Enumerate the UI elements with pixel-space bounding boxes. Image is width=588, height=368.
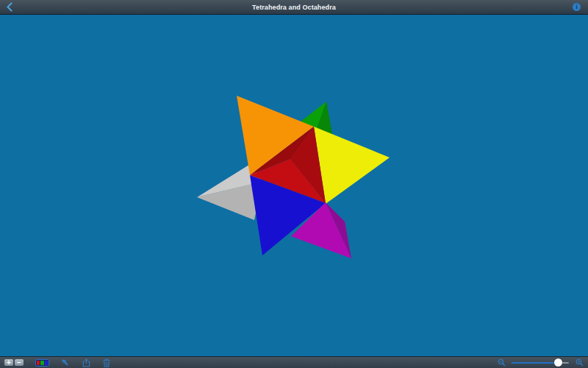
add-shape-button[interactable]: + — [4, 359, 13, 366]
title-bar: Tetrahedra and Octahedra i — [0, 0, 588, 15]
app-window: Tetrahedra and Octahedra i + − — [0, 0, 588, 368]
share-icon — [82, 358, 90, 367]
info-button[interactable]: i — [573, 3, 581, 11]
back-button[interactable] — [5, 2, 15, 12]
zoom-slider-fill — [512, 362, 559, 364]
zoom-out-icon — [498, 358, 506, 367]
chevron-left-icon — [5, 2, 15, 12]
zoom-slider[interactable] — [512, 358, 569, 367]
window-title: Tetrahedra and Octahedra — [252, 4, 336, 11]
info-icon: i — [576, 4, 577, 10]
palette-red-swatch — [37, 361, 40, 365]
trash-icon — [103, 358, 110, 367]
tools-button[interactable] — [61, 358, 70, 367]
share-button[interactable] — [82, 358, 90, 367]
zoom-control — [497, 358, 584, 367]
zoom-out-button[interactable] — [497, 358, 506, 367]
remove-shape-button[interactable]: − — [15, 359, 24, 366]
zoom-in-icon — [576, 358, 584, 367]
delete-button[interactable] — [102, 358, 111, 367]
canvas[interactable] — [0, 15, 588, 356]
zoom-in-button[interactable] — [575, 358, 584, 367]
bottom-toolbar: + − — [0, 356, 588, 368]
palette-green-swatch — [40, 361, 43, 365]
palette-blue-swatch — [45, 361, 48, 365]
wrench-icon — [62, 358, 70, 367]
yellow-spike-face — [314, 127, 390, 204]
scene-svg[interactable] — [0, 15, 588, 356]
color-palette-button[interactable] — [35, 359, 49, 367]
zoom-slider-thumb[interactable] — [554, 358, 562, 367]
